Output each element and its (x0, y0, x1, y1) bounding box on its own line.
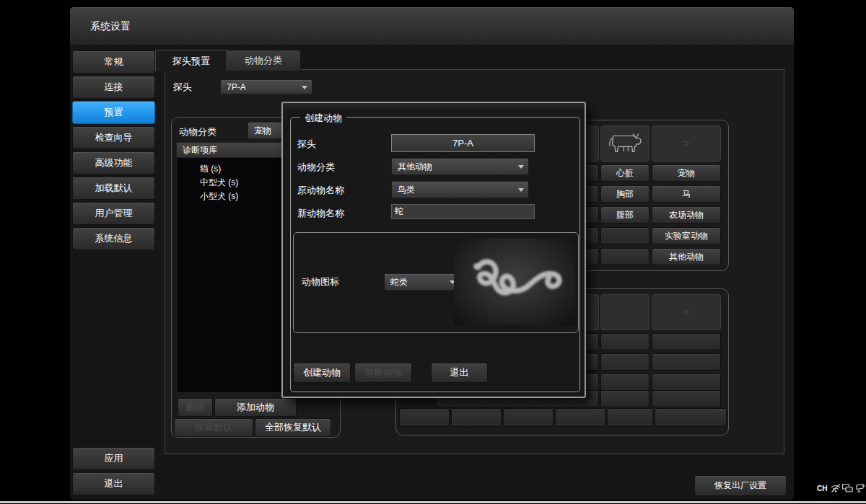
sidebar-item-system-info[interactable]: 系统信息 (72, 227, 155, 250)
preset-slot-button[interactable] (652, 390, 721, 407)
sidebar-item-label: 常规 (105, 56, 123, 68)
preset-slot-button[interactable] (399, 408, 450, 427)
dialog-source-select[interactable]: 鸟类 (391, 181, 529, 198)
category-pet-button[interactable]: 宠物 (652, 164, 721, 182)
library-header-label: 诊断项库 (183, 144, 217, 156)
anatomy-heart-button[interactable]: 心脏 (600, 164, 650, 182)
category-label: 马 (682, 188, 691, 200)
preset-slot-button[interactable] (652, 333, 721, 350)
dialog-title: 创建动物 (300, 112, 346, 125)
probe-select-value: 7P-A (227, 82, 246, 92)
preset-slot-button[interactable] (600, 373, 650, 391)
tab-animal-category[interactable]: 动物分类 (226, 50, 301, 71)
sidebar-item-label: 加载默认 (95, 182, 133, 195)
category-lab-button[interactable]: 实验室动物 (652, 227, 721, 244)
sidebar-item-label: 连接 (105, 81, 123, 94)
dialog-name-label: 新动物名称 (297, 207, 344, 220)
next-arrow-icon: > (683, 138, 689, 149)
replace-label: 替换动物 (364, 366, 402, 379)
restore-all-default-button[interactable]: 全部恢复默认 (255, 418, 331, 437)
cow-icon (605, 129, 645, 158)
animal-icon-preview (454, 239, 575, 325)
window-titlebar: 系统设置 (70, 7, 794, 45)
prev-arrow-icon: < (683, 306, 689, 318)
preset-slot-button[interactable] (600, 353, 650, 371)
dialog-icon-label: 动物图标 (302, 275, 339, 288)
animal-icon-select[interactable]: 蛇类 (384, 273, 460, 291)
animal-category-value: 宠物 (254, 125, 271, 137)
dual-display-icon (841, 482, 854, 494)
category-label: 农场动物 (669, 209, 704, 221)
dialog-exit-button[interactable]: 退出 (431, 363, 488, 383)
apply-button[interactable]: 应用 (72, 447, 155, 470)
add-animal-button[interactable]: 添加动物 (214, 398, 297, 417)
delete-animal-button[interactable]: 删除 (178, 398, 213, 417)
anatomy-chest-button[interactable]: 胸部 (600, 185, 650, 203)
preset-slot-button[interactable] (607, 408, 653, 427)
preset-slot-button[interactable] (600, 333, 650, 350)
category-farm-button[interactable]: 农场动物 (652, 206, 721, 224)
sidebar-item-preset[interactable]: 预置 (72, 101, 155, 124)
anatomy-label: 腹部 (616, 209, 634, 221)
sidebar-item-general[interactable]: 常规 (72, 50, 155, 74)
sidebar-item-label: 系统信息 (95, 232, 133, 245)
page-title: 系统设置 (90, 20, 131, 33)
category-label: 宠物 (678, 167, 695, 180)
preset-slot-button[interactable] (655, 408, 727, 427)
dialog-probe-label: 探头 (297, 138, 316, 151)
probe-select[interactable]: 7P-A (220, 79, 312, 94)
preset-slot-button[interactable] (451, 408, 502, 427)
preset-slot-button[interactable] (555, 408, 605, 427)
anatomy-label: 心脏 (616, 167, 634, 180)
factory-reset-label: 恢复出厂设置 (714, 479, 766, 492)
factory-reset-button[interactable]: 恢复出厂设置 (694, 475, 787, 496)
apply-label: 应用 (105, 452, 123, 465)
sidebar-item-advanced[interactable]: 高级功能 (72, 151, 155, 174)
restore-default-button[interactable]: 恢复默认 (174, 418, 253, 437)
chevron-down-icon (518, 188, 524, 192)
sidebar-item-load-default[interactable]: 加载默认 (72, 177, 155, 200)
chevron-down-icon (518, 165, 524, 169)
animal-image-slot (600, 294, 650, 330)
dialog-exit-label: 退出 (450, 366, 469, 379)
replace-animal-button[interactable]: 替换动物 (354, 363, 412, 383)
preset-slot-button[interactable] (503, 408, 554, 427)
category-horse-button[interactable]: 马 (652, 185, 721, 203)
dialog-category-select[interactable]: 其他动物 (391, 158, 529, 175)
dialog-source-value: 鸟类 (398, 184, 415, 196)
sidebar-item-exam-wizard[interactable]: 检查向导 (72, 126, 155, 149)
preset-slot-button[interactable] (652, 373, 721, 391)
sidebar-item-user-mgmt[interactable]: 用户管理 (72, 202, 155, 225)
bottom-divider (0, 501, 866, 503)
anatomy-abdomen-button[interactable]: 腹部 (600, 206, 650, 224)
restore-label: 恢复默认 (195, 421, 232, 434)
dialog-source-label: 原动物名称 (297, 184, 344, 197)
delete-label: 删除 (186, 401, 205, 414)
sidebar-item-label: 高级功能 (95, 156, 133, 169)
category-other-button[interactable]: 其他动物 (652, 248, 721, 265)
create-animal-button[interactable]: 创建动物 (293, 363, 351, 383)
next-page-button[interactable]: > (652, 125, 721, 162)
snake-icon (457, 242, 572, 322)
cow-image-slot (600, 125, 650, 162)
sidebar-item-connect[interactable]: 连接 (72, 76, 155, 99)
channel-indicator: CH (817, 485, 827, 492)
dialog-category-value: 其他动物 (398, 161, 432, 173)
preset-slot-button[interactable] (600, 390, 650, 407)
exit-button[interactable]: 退出 (72, 472, 155, 495)
dialog-probe-value-box: 7P-A (391, 134, 535, 152)
create-label: 创建动物 (303, 366, 341, 379)
preset-slot-button[interactable] (652, 353, 721, 371)
preset-slot-button[interactable] (600, 248, 650, 265)
prev-page-button[interactable]: < (652, 294, 721, 330)
tab-probe-preset[interactable]: 探头预置 (155, 50, 227, 71)
preset-slot-button[interactable] (600, 227, 650, 244)
animal-category-label: 动物分类 (179, 125, 216, 138)
dialog-category-label: 动物分类 (297, 161, 335, 174)
sidebar-item-label: 预置 (105, 106, 123, 119)
restore-all-label: 全部恢复默认 (265, 421, 321, 434)
add-label: 添加动物 (237, 401, 274, 414)
chevron-down-icon (302, 86, 307, 89)
tab-label: 探头预置 (172, 55, 210, 68)
new-animal-name-input[interactable] (391, 204, 535, 219)
